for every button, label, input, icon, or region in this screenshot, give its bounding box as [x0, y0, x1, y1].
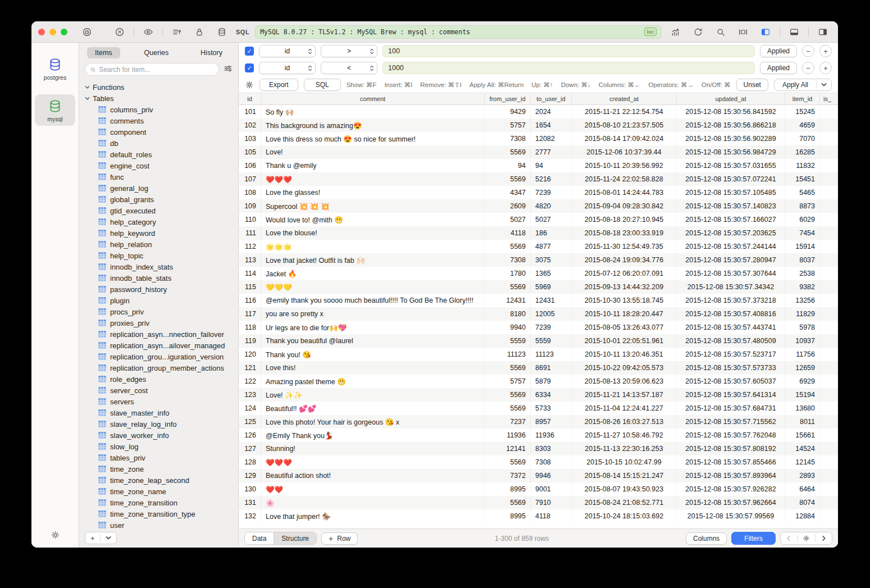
- cell-is[interactable]: [820, 375, 838, 388]
- cell-comment[interactable]: Love the glasses!: [261, 186, 485, 199]
- cell-item-id[interactable]: 15451: [785, 172, 820, 186]
- cell-id[interactable]: 106: [239, 159, 261, 172]
- remove-filter-button[interactable]: −: [802, 62, 814, 74]
- cell-updated-at[interactable]: 2015-12-08 15:30:57.962664: [677, 496, 785, 509]
- search-icon[interactable]: [712, 25, 729, 39]
- cell-comment[interactable]: Love!: [261, 145, 485, 159]
- table-row[interactable]: 120Thank you! 😘11123111232015-10-11 13:2…: [239, 348, 838, 361]
- sidebar-table-item[interactable]: slave_relay_log_info: [85, 418, 238, 430]
- sidebar-table-item[interactable]: replication_grou...iguration_version: [85, 351, 238, 362]
- cell-created-at[interactable]: 2015-10-24 18:15:03.692: [572, 509, 677, 523]
- column-header-from_user_id[interactable]: from_user_id: [485, 93, 531, 104]
- cell-updated-at[interactable]: 2015-12-08 15:30:57.684731: [677, 402, 785, 415]
- cell-updated-at[interactable]: 2015-12-08 15:30:57.99569: [677, 509, 785, 523]
- cell-is[interactable]: [820, 199, 838, 213]
- cell-updated-at[interactable]: 2015-12-08 15:30:57.166027: [677, 213, 785, 226]
- cell-from-user-id[interactable]: 9940: [485, 321, 531, 334]
- sidebar-table-item[interactable]: time_zone: [85, 463, 238, 475]
- cell-is[interactable]: [820, 145, 838, 159]
- filters-button[interactable]: Filters: [731, 532, 776, 545]
- add-filter-button[interactable]: +: [819, 62, 832, 74]
- cell-to-user-id[interactable]: 5216: [531, 172, 572, 186]
- cell-id[interactable]: 108: [239, 186, 261, 199]
- cell-id[interactable]: 122: [239, 375, 261, 388]
- cell-to-user-id[interactable]: 2777: [531, 145, 572, 159]
- minimize-window-button[interactable]: [49, 29, 56, 35]
- filter-value-input[interactable]: [382, 62, 755, 74]
- cell-item-id[interactable]: 8873: [785, 199, 820, 213]
- table-row[interactable]: 109Supercool 💥 💥 💥260948202015-09-04 09:…: [239, 199, 838, 213]
- sidebar-table-item[interactable]: help_keyword: [85, 227, 238, 239]
- sidebar-table-item[interactable]: global_grants: [85, 194, 238, 205]
- table-row[interactable]: 102This background is amazing😍5757165420…: [239, 118, 838, 132]
- cell-created-at[interactable]: 2015-12-06 10:37:39.44: [572, 145, 677, 159]
- cell-created-at[interactable]: 2015-10-11 13:20:46.351: [572, 348, 677, 361]
- tab-queries[interactable]: Queries: [136, 47, 176, 58]
- cell-to-user-id[interactable]: 9001: [531, 482, 572, 496]
- table-row[interactable]: 131🌸556979102015-08-24 21:08:52.7712015-…: [239, 496, 838, 509]
- cell-from-user-id[interactable]: 11936: [485, 429, 531, 442]
- cell-is[interactable]: [820, 402, 838, 415]
- cell-updated-at[interactable]: 2015-12-08 15:30:57.105485: [677, 186, 785, 199]
- toggle-left-panel-icon[interactable]: [757, 25, 774, 39]
- sidebar-table-item[interactable]: engine_cost: [85, 160, 238, 171]
- table-row[interactable]: 118Ur legs are to die for🙌💖994072392015-…: [239, 321, 838, 334]
- cell-from-user-id[interactable]: 5569: [485, 388, 531, 402]
- cell-is[interactable]: [820, 496, 838, 509]
- sidebar-table-item[interactable]: role_edges: [85, 373, 238, 385]
- cell-comment[interactable]: Would love to! @mith 😬: [261, 213, 485, 226]
- sidebar-table-item[interactable]: servers: [85, 396, 238, 407]
- cell-id[interactable]: 118: [239, 321, 261, 334]
- cell-id[interactable]: 111: [239, 226, 261, 240]
- sidebar-table-item[interactable]: slave_master_info: [85, 407, 238, 418]
- table-row[interactable]: 130❤️❤️899590012015-08-07 19:43:50.92320…: [239, 482, 838, 496]
- toggle-bottom-panel-icon[interactable]: [786, 25, 803, 39]
- cell-is[interactable]: [820, 186, 838, 199]
- table-row[interactable]: 108Love the glasses!434772392015-08-01 1…: [239, 186, 838, 199]
- table-row[interactable]: 112🌟🌟🌟556948772015-11-30 12:54:49.735201…: [239, 240, 838, 253]
- cell-item-id[interactable]: 15914: [785, 240, 820, 253]
- cell-from-user-id[interactable]: 7372: [485, 469, 531, 482]
- sidebar-table-item[interactable]: replication_group_member_actions: [85, 362, 238, 373]
- cell-is[interactable]: [820, 482, 838, 496]
- cell-id[interactable]: 103: [239, 132, 261, 145]
- sidebar-table-item[interactable]: tables_priv: [85, 452, 238, 463]
- cell-id[interactable]: 105: [239, 145, 261, 159]
- cell-to-user-id[interactable]: 1365: [531, 267, 572, 280]
- cell-is[interactable]: [820, 226, 838, 240]
- cell-to-user-id[interactable]: 12431: [531, 294, 572, 307]
- cell-from-user-id[interactable]: 5569: [485, 240, 531, 253]
- add-item-button[interactable]: +: [85, 532, 100, 544]
- cell-comment[interactable]: Love this dress so much 😍 so nice for su…: [261, 132, 485, 145]
- cell-id[interactable]: 109: [239, 199, 261, 213]
- sidebar-table-item[interactable]: proxies_priv: [85, 317, 238, 329]
- cell-updated-at[interactable]: 2015-12-08 15:30:56.866218: [677, 118, 785, 132]
- cell-id[interactable]: 113: [239, 253, 261, 267]
- cell-item-id[interactable]: 6929: [785, 375, 820, 388]
- cell-id[interactable]: 130: [239, 482, 261, 496]
- cell-created-at[interactable]: 2015-08-13 20:59:06.623: [572, 375, 677, 388]
- sidebar-table-item[interactable]: slow_log: [85, 441, 238, 452]
- cell-comment[interactable]: Love this!: [261, 361, 485, 375]
- apply-all-button[interactable]: Apply All: [775, 81, 816, 89]
- cell-comment[interactable]: ❤️❤️: [261, 482, 485, 496]
- cell-updated-at[interactable]: 2015-12-08 15:30:57.762048: [677, 429, 785, 442]
- cell-is[interactable]: [820, 253, 838, 267]
- cell-to-user-id[interactable]: 94: [531, 159, 572, 172]
- cell-created-at[interactable]: 2015-10-11 18:28:20.447: [572, 307, 677, 321]
- cell-updated-at[interactable]: 2015-12-08 15:30:57.34342: [677, 280, 785, 294]
- cell-comment[interactable]: Stunning!: [261, 442, 485, 455]
- cell-is[interactable]: [820, 280, 838, 294]
- connection-mysql[interactable]: mysql: [35, 94, 75, 126]
- cell-id[interactable]: 102: [239, 118, 261, 132]
- cell-created-at[interactable]: 2015-10-11 20:39:56.992: [572, 159, 677, 172]
- toggle-right-panel-icon[interactable]: [814, 25, 831, 39]
- cell-to-user-id[interactable]: 5027: [531, 213, 572, 226]
- table-row[interactable]: 106Thank u @emily94942015-10-11 20:39:56…: [239, 159, 838, 172]
- table-row[interactable]: 122Amazing pastel theme 😬575758792015-08…: [239, 375, 838, 388]
- filter-tune-icon[interactable]: [224, 64, 233, 75]
- cell-item-id[interactable]: 9382: [785, 280, 820, 294]
- cell-to-user-id[interactable]: 7910: [531, 496, 572, 509]
- cell-item-id[interactable]: 15245: [785, 105, 820, 118]
- cell-is[interactable]: [820, 442, 838, 455]
